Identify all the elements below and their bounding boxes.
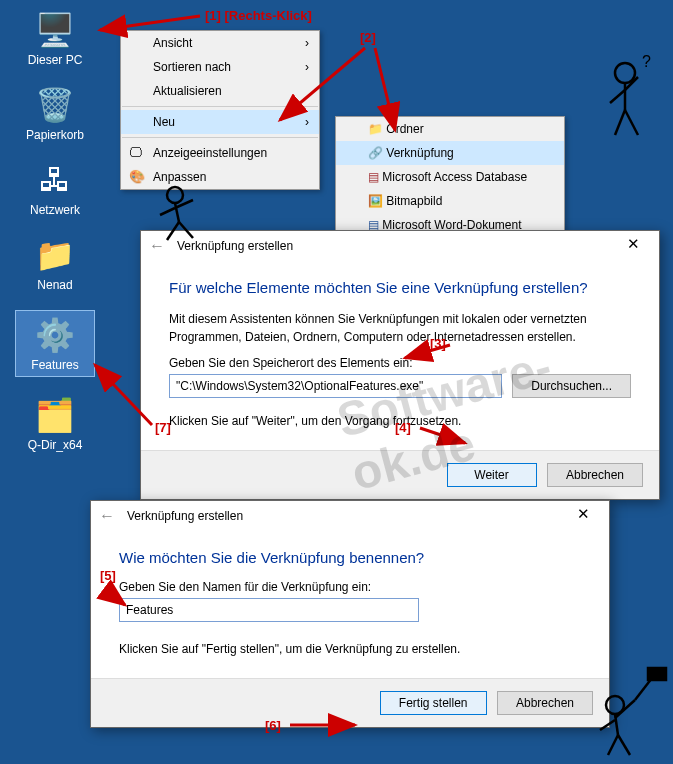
- desktop-icon-features[interactable]: ⚙️ Features: [15, 310, 95, 377]
- menu-item-refresh[interactable]: Aktualisieren: [121, 79, 319, 103]
- back-arrow-icon[interactable]: ←: [99, 507, 115, 525]
- field-label: Geben Sie den Namen für die Verknüpfung …: [119, 580, 581, 594]
- computer-icon: 🖥️: [35, 10, 75, 50]
- dialog-title: Verknüpfung erstellen: [127, 509, 243, 523]
- chevron-right-icon: ›: [305, 60, 309, 74]
- desktop-icon-label: Papierkorb: [15, 128, 95, 142]
- submenu-label: Microsoft Access Database: [382, 170, 527, 184]
- separator: [122, 106, 318, 107]
- qdir-icon: 🗂️: [35, 395, 75, 435]
- next-button[interactable]: Weiter: [447, 463, 537, 487]
- submenu-item-shortcut[interactable]: 🔗 Verknüpfung: [336, 141, 564, 165]
- submenu-label: Bitmapbild: [386, 194, 442, 208]
- svg-line-25: [615, 700, 635, 718]
- dialog-description: Mit diesem Assistenten können Sie Verknü…: [169, 310, 631, 346]
- svg-line-27: [618, 735, 630, 755]
- svg-text:?: ?: [642, 55, 651, 70]
- menu-label: Aktualisieren: [153, 84, 222, 98]
- desktop-icon-label: Nenad: [15, 278, 95, 292]
- menu-item-new[interactable]: Neu ›: [121, 110, 319, 134]
- access-icon: ▤: [368, 170, 379, 184]
- svg-point-9: [615, 63, 635, 83]
- svg-line-24: [600, 720, 615, 730]
- desktop-icon-label: Features: [16, 358, 94, 372]
- submenu-item-access[interactable]: ▤ Microsoft Access Database: [336, 165, 564, 189]
- dialog-hint: Klicken Sie auf "Weiter", um den Vorgang…: [169, 412, 631, 430]
- submenu-new: 📁 Ordner 🔗 Verknüpfung ▤ Microsoft Acces…: [335, 116, 565, 238]
- desktop-icon-label: Dieser PC: [15, 53, 95, 67]
- shortcut-icon: 🔗: [368, 146, 383, 160]
- menu-label: Ansicht: [153, 36, 192, 50]
- desktop-icon-label: Netzwerk: [15, 203, 95, 217]
- dialog-hint: Klicken Sie auf "Fertig stellen", um die…: [119, 640, 581, 658]
- display-icon: 🖵: [129, 145, 145, 161]
- menu-label: Sortieren nach: [153, 60, 231, 74]
- menu-item-sort[interactable]: Sortieren nach ›: [121, 55, 319, 79]
- desktop-icon-label: Q-Dir_x64: [15, 438, 95, 452]
- svg-point-16: [167, 187, 183, 203]
- annotation-1: [1] [Rechts-Klick]: [205, 8, 312, 23]
- svg-line-18: [160, 208, 175, 215]
- cancel-button[interactable]: Abbrechen: [547, 463, 643, 487]
- customize-icon: 🎨: [129, 169, 145, 185]
- submenu-item-bitmap[interactable]: 🖼️ Bitmapbild: [336, 189, 564, 213]
- dialog-create-shortcut-1: ← Verknüpfung erstellen ✕ Für welche Ele…: [140, 230, 660, 500]
- dialog-titlebar: ← Verknüpfung erstellen ✕: [141, 231, 659, 261]
- folder-icon: 📁: [35, 235, 75, 275]
- trash-icon: 🗑️: [35, 85, 75, 125]
- close-button[interactable]: ✕: [563, 505, 603, 527]
- submenu-label: Ordner: [386, 122, 423, 136]
- stickman-hammer: [580, 650, 670, 760]
- dialog-create-shortcut-2: ← Verknüpfung erstellen ✕ Wie möchten Si…: [90, 500, 610, 728]
- svg-line-11: [610, 90, 625, 103]
- separator: [122, 137, 318, 138]
- svg-line-28: [635, 678, 652, 700]
- menu-label: Neu: [153, 115, 175, 129]
- svg-line-14: [625, 110, 638, 135]
- folder-icon: 📁: [368, 122, 383, 136]
- annotation-2: [2]: [360, 30, 376, 45]
- name-input[interactable]: [119, 598, 419, 622]
- desktop-icon-network[interactable]: 🖧 Netzwerk: [15, 160, 95, 217]
- close-button[interactable]: ✕: [613, 235, 653, 257]
- desktop-icon-pc[interactable]: 🖥️ Dieser PC: [15, 10, 95, 67]
- stickman-thinking: ?: [590, 55, 660, 145]
- chevron-right-icon: ›: [305, 115, 309, 129]
- menu-item-view[interactable]: Ansicht ›: [121, 31, 319, 55]
- svg-line-13: [615, 110, 625, 135]
- submenu-item-folder[interactable]: 📁 Ordner: [336, 117, 564, 141]
- browse-button[interactable]: Durchsuchen...: [512, 374, 631, 398]
- submenu-label: Verknüpfung: [386, 146, 453, 160]
- svg-line-1: [100, 16, 200, 30]
- desktop-icon-qdir[interactable]: 🗂️ Q-Dir_x64: [15, 395, 95, 452]
- field-label: Geben Sie den Speicherort des Elements e…: [169, 356, 631, 370]
- dialog-heading: Wie möchten Sie die Verknüpfung benennen…: [119, 549, 581, 566]
- features-icon: ⚙️: [35, 315, 75, 355]
- dialog-heading: Für welche Elemente möchten Sie eine Ver…: [169, 279, 631, 296]
- location-input[interactable]: [169, 374, 502, 398]
- chevron-right-icon: ›: [305, 36, 309, 50]
- desktop-icon-trash[interactable]: 🗑️ Papierkorb: [15, 85, 95, 142]
- button-row: Weiter Abbrechen: [141, 450, 659, 499]
- svg-line-20: [167, 222, 179, 240]
- menu-label: Anzeigeeinstellungen: [153, 146, 267, 160]
- network-icon: 🖧: [35, 160, 75, 200]
- finish-button[interactable]: Fertig stellen: [380, 691, 487, 715]
- svg-rect-29: [648, 668, 666, 680]
- context-menu: Ansicht › Sortieren nach › Aktualisieren…: [120, 30, 320, 190]
- stickman-working: [145, 180, 215, 250]
- dialog-titlebar: ← Verknüpfung erstellen ✕: [91, 501, 609, 531]
- menu-item-display[interactable]: 🖵 Anzeigeeinstellungen: [121, 141, 319, 165]
- svg-line-26: [608, 735, 618, 755]
- svg-line-21: [179, 222, 193, 238]
- button-row: Fertig stellen Abbrechen: [91, 678, 609, 727]
- cancel-button[interactable]: Abbrechen: [497, 691, 593, 715]
- desktop-icon-folder[interactable]: 📁 Nenad: [15, 235, 95, 292]
- bitmap-icon: 🖼️: [368, 194, 383, 208]
